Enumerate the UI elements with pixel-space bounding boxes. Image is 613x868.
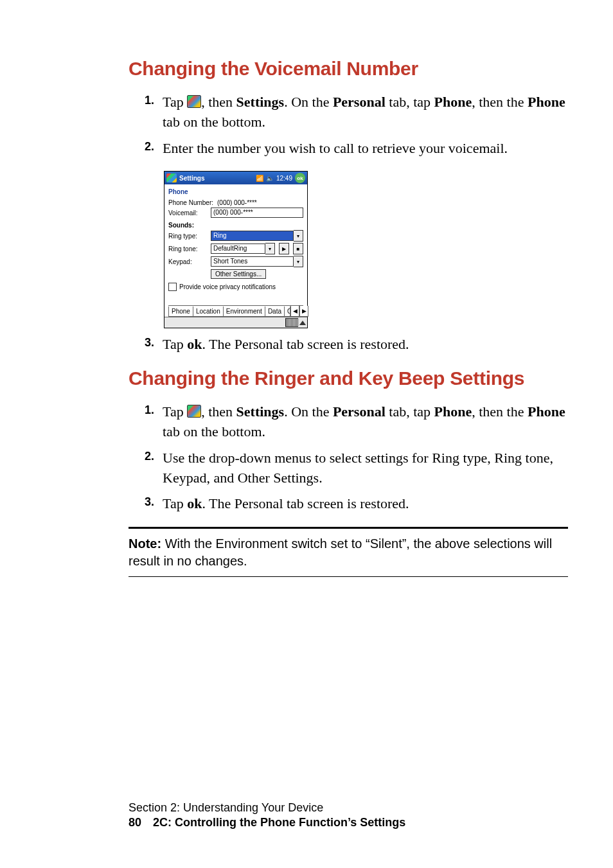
step-number: 1. bbox=[145, 93, 154, 109]
windows-mobile-screen: Settings 📶 🔈 12:49 ok Phone Phone Number… bbox=[164, 171, 308, 328]
ring-tone-label: Ring tone: bbox=[168, 245, 208, 252]
step-1: 1. Tap , then Settings. On the Personal … bbox=[145, 402, 568, 442]
tab-scroll-right-icon[interactable]: ▶ bbox=[299, 306, 308, 317]
note-label: Note: bbox=[129, 536, 161, 551]
dropdown-arrow-icon[interactable]: ▾ bbox=[294, 256, 303, 267]
tab-scroll-left-icon[interactable]: ◀ bbox=[290, 306, 299, 317]
step-number: 1. bbox=[145, 402, 154, 418]
keypad-label: Keypad: bbox=[168, 258, 208, 265]
step-number: 2. bbox=[145, 448, 154, 465]
steps-voicemail: 1. Tap , then Settings. On the Personal … bbox=[129, 93, 568, 158]
tab-other[interactable]: Ot bbox=[284, 306, 290, 317]
heading-voicemail: Changing the Voicemail Number bbox=[129, 58, 568, 80]
settings-subtitle: Phone bbox=[168, 188, 303, 195]
bottom-tabs: Phone Location Environment Data Ot ◀ ▶ bbox=[168, 305, 303, 317]
page-footer: Section 2: Understanding Your Device 80 … bbox=[129, 801, 405, 829]
step-1: 1. Tap , then Settings. On the Personal … bbox=[145, 93, 568, 132]
note-box: Note: With the Environment switch set to… bbox=[129, 527, 568, 577]
settings-body: Phone Phone Number: (000) 000-**** Voice… bbox=[164, 184, 307, 317]
device-screenshot: Settings 📶 🔈 12:49 ok Phone Phone Number… bbox=[164, 171, 568, 328]
dropdown-arrow-icon[interactable]: ▾ bbox=[265, 243, 275, 254]
ring-type-label: Ring type: bbox=[168, 233, 208, 240]
privacy-checkbox[interactable] bbox=[168, 283, 177, 291]
other-settings-button[interactable]: Other Settings... bbox=[211, 269, 266, 279]
step-number: 3. bbox=[145, 335, 154, 351]
step-3: 3. Tap ok. The Personal tab screen is re… bbox=[145, 494, 568, 514]
keyboard-icon[interactable] bbox=[285, 318, 298, 327]
page: Changing the Voicemail Number 1. Tap , t… bbox=[0, 0, 613, 868]
tab-location[interactable]: Location bbox=[193, 306, 224, 317]
keypad-select[interactable]: Short Tones▾ bbox=[211, 256, 303, 267]
start-icon bbox=[187, 405, 201, 418]
voicemail-input[interactable]: (000) 000-**** bbox=[211, 208, 303, 218]
step-text: Use the drop-down menus to select settin… bbox=[163, 450, 553, 486]
signal-icon: 📶 bbox=[256, 175, 263, 182]
footer-chapter: 2C: Controlling the Phone Function’s Set… bbox=[153, 816, 405, 829]
volume-icon[interactable]: 🔈 bbox=[266, 175, 274, 182]
tab-data[interactable]: Data bbox=[265, 306, 285, 317]
step-number: 2. bbox=[145, 139, 154, 155]
step-text: Tap , then Settings. On the Personal tab… bbox=[163, 94, 565, 130]
ring-tone-select[interactable]: DefaultRing▾ bbox=[211, 243, 275, 254]
heading-ringer: Changing the Ringer and Key Beep Setting… bbox=[129, 368, 568, 389]
steps-voicemail-cont: 3. Tap ok. The Personal tab screen is re… bbox=[129, 335, 568, 355]
ok-button[interactable]: ok bbox=[295, 173, 305, 183]
clock: 12:49 bbox=[276, 175, 292, 182]
play-button[interactable]: ▶ bbox=[279, 243, 289, 254]
steps-ringer: 1. Tap , then Settings. On the Personal … bbox=[129, 402, 568, 514]
tab-environment[interactable]: Environment bbox=[223, 306, 265, 317]
voicemail-label: Voicemail: bbox=[168, 209, 208, 217]
privacy-label: Provide voice privacy notifications bbox=[179, 283, 276, 290]
sounds-label: Sounds: bbox=[168, 222, 208, 229]
step-2: 2. Use the drop-down menus to select set… bbox=[145, 448, 568, 488]
step-3: 3. Tap ok. The Personal tab screen is re… bbox=[145, 335, 568, 355]
page-number: 80 bbox=[129, 816, 141, 829]
titlebar: Settings 📶 🔈 12:49 ok bbox=[164, 172, 307, 184]
start-flag-icon[interactable] bbox=[166, 173, 177, 182]
step-text: Tap ok. The Personal tab screen is resto… bbox=[163, 336, 409, 352]
bottom-bar bbox=[164, 317, 307, 328]
step-text: Enter the number you wish to call to ret… bbox=[163, 140, 508, 156]
footer-section: Section 2: Understanding Your Device bbox=[129, 801, 405, 815]
phone-number-label: Phone Number: bbox=[168, 199, 215, 206]
titlebar-title: Settings bbox=[179, 175, 253, 182]
tab-phone[interactable]: Phone bbox=[168, 306, 193, 317]
step-2: 2. Enter the number you wish to call to … bbox=[145, 139, 568, 159]
dropdown-arrow-icon[interactable]: ▾ bbox=[294, 230, 303, 242]
stop-button[interactable]: ■ bbox=[293, 243, 303, 254]
menu-up-icon[interactable] bbox=[299, 321, 306, 325]
note-text: With the Environment switch set to “Sile… bbox=[129, 536, 552, 568]
ring-type-select[interactable]: Ring▾ bbox=[211, 230, 303, 242]
step-text: Tap , then Settings. On the Personal tab… bbox=[163, 403, 565, 439]
step-text: Tap ok. The Personal tab screen is resto… bbox=[163, 495, 409, 511]
phone-number-value: (000) 000-**** bbox=[217, 199, 257, 206]
step-number: 3. bbox=[145, 494, 154, 510]
start-icon bbox=[187, 95, 201, 108]
